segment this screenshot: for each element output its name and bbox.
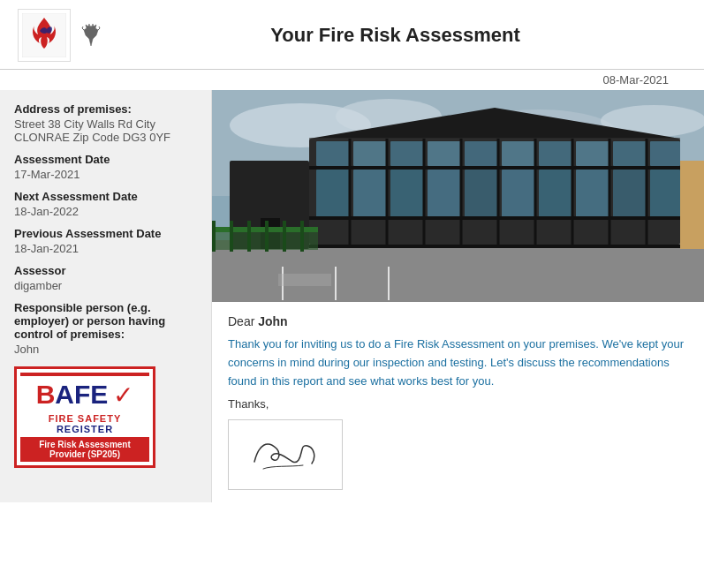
svg-rect-23 [539, 141, 572, 166]
right-panel: Dear John Thank you for inviting us to d… [212, 90, 704, 502]
svg-rect-19 [390, 141, 424, 166]
building-image [212, 90, 704, 302]
address-label: Address of premises: [14, 102, 197, 116]
svg-rect-55 [283, 221, 286, 252]
svg-rect-51 [212, 221, 216, 252]
page-header: Your Fire Risk Assessment [0, 0, 704, 70]
svg-rect-21 [465, 141, 498, 166]
assessment-date-value: 17-Mar-2021 [14, 168, 197, 181]
svg-rect-54 [265, 221, 269, 252]
bafe-b-letter: B [36, 380, 56, 410]
letter-content: Dear John Thank you for inviting us to d… [212, 302, 704, 502]
svg-rect-26 [650, 141, 680, 166]
fire-phoenix-icon [22, 13, 66, 57]
previous-assessment-value: 18-Jan-2021 [14, 242, 197, 255]
svg-rect-33 [539, 170, 572, 218]
bafe-checkmark-icon: ✓ [113, 381, 133, 410]
svg-rect-53 [247, 221, 251, 252]
signature-svg [237, 426, 334, 484]
address-value: Street 38 City Walls Rd City CLONRAE Zip… [14, 117, 197, 144]
report-date: 08-Mar-2021 [603, 70, 686, 87]
bafe-afe-letters: AFE [55, 380, 108, 410]
svg-rect-18 [353, 141, 387, 166]
svg-rect-46 [309, 166, 680, 170]
svg-rect-48 [309, 245, 680, 248]
svg-rect-29 [390, 170, 424, 218]
page-title: Your Fire Risk Assessment [270, 24, 519, 47]
svg-rect-59 [680, 161, 704, 249]
main-logo [18, 9, 71, 62]
svg-rect-28 [353, 170, 387, 218]
svg-rect-36 [650, 170, 680, 218]
stag-icon [79, 21, 103, 49]
signature-box [228, 419, 343, 490]
svg-rect-31 [465, 170, 498, 218]
svg-rect-20 [428, 141, 461, 166]
next-assessment-label: Next Assessment Date [14, 190, 197, 203]
assessment-date-label: Assessment Date [14, 153, 197, 166]
bafe-bottom-text: Fire Risk Assessment Provider (SP205) [20, 437, 149, 462]
svg-rect-25 [613, 141, 647, 166]
building-svg [212, 90, 704, 302]
secondary-logo [78, 22, 104, 49]
svg-rect-24 [576, 141, 609, 166]
sidebar: Address of premises: Street 38 City Wall… [0, 90, 212, 502]
svg-rect-34 [576, 170, 609, 218]
svg-rect-17 [316, 141, 350, 166]
main-content: Address of premises: Street 38 City Wall… [0, 90, 704, 502]
responsible-person-label: Responsible person (e.g. employer) or pe… [14, 301, 197, 341]
logos-container [18, 9, 104, 62]
bafe-logo: B AFE ✓ FIRE SAFETY REGISTER Fire Risk A… [14, 366, 155, 468]
letter-body: Thank you for inviting us to do a Fire R… [228, 335, 688, 390]
bafe-letters-row: B AFE ✓ [20, 376, 149, 413]
date-row: 08-Mar-2021 [0, 70, 704, 90]
svg-rect-22 [502, 141, 535, 166]
svg-rect-11 [278, 274, 331, 286]
bafe-fire-safety-text: FIRE SAFETY REGISTER [20, 413, 149, 434]
assessor-label: Assessor [14, 264, 197, 277]
svg-rect-27 [316, 170, 350, 218]
svg-rect-47 [309, 216, 680, 220]
dear-line: Dear John [228, 314, 688, 328]
svg-rect-32 [502, 170, 535, 218]
next-assessment-value: 18-Jan-2022 [14, 205, 197, 218]
svg-rect-35 [613, 170, 647, 218]
svg-rect-30 [428, 170, 461, 218]
thanks-line: Thanks, [228, 397, 688, 411]
svg-rect-52 [230, 221, 233, 252]
responsible-person-value: John [14, 343, 197, 356]
svg-rect-56 [300, 221, 304, 252]
assessor-value: digamber [14, 279, 197, 292]
previous-assessment-label: Previous Assessment Date [14, 227, 197, 240]
